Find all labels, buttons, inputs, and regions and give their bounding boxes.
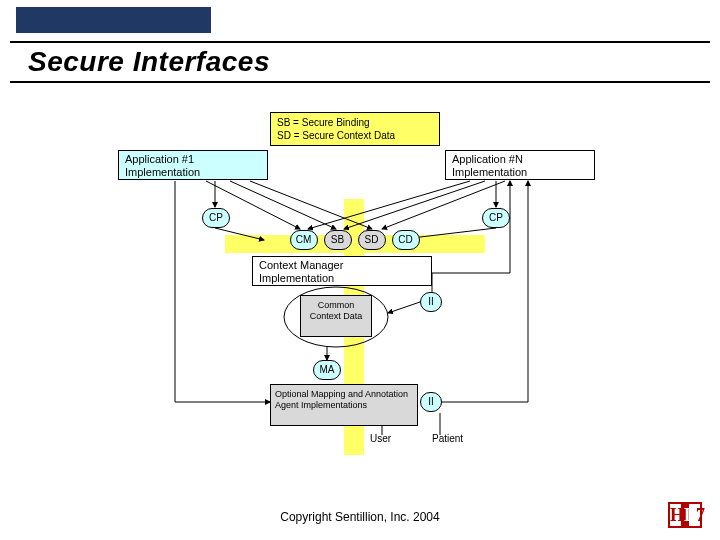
- logo-l: L: [684, 505, 696, 525]
- ii-node-upper: II: [420, 292, 442, 312]
- page-title: Secure Interfaces: [28, 46, 710, 78]
- svg-line-14: [388, 302, 420, 313]
- application-n-box: Application #N Implementation: [445, 150, 595, 180]
- cp-node-left: CP: [202, 208, 230, 228]
- mapping-agent-box: Optional Mapping and Annotation Agent Im…: [270, 384, 418, 426]
- cp-node-right: CP: [482, 208, 510, 228]
- appn-line1: Application #N: [452, 153, 588, 166]
- sb-node: SB: [324, 230, 352, 250]
- diagram-canvas: SB = Secure Binding SD = Secure Context …: [0, 95, 720, 470]
- ctx-line1: Context Manager: [259, 259, 425, 272]
- sd-node: SD: [358, 230, 386, 250]
- application-1-box: Application #1 Implementation: [118, 150, 268, 180]
- ma-node: MA: [313, 360, 341, 380]
- header-accent-bar: [16, 7, 211, 33]
- hl7-logo: HL7: [668, 502, 702, 528]
- logo-h: H: [670, 505, 684, 525]
- legend-box: SB = Secure Binding SD = Secure Context …: [270, 112, 440, 146]
- ctx-line2: Implementation: [259, 272, 425, 285]
- app1-line2: Implementation: [125, 166, 261, 179]
- svg-line-7: [308, 181, 470, 229]
- legend-line-sd: SD = Secure Context Data: [277, 129, 433, 142]
- cd-node: CD: [392, 230, 420, 250]
- patient-label: Patient: [432, 433, 463, 444]
- user-label: User: [370, 433, 391, 444]
- ii-node-lower: II: [420, 392, 442, 412]
- appn-line2: Implementation: [452, 166, 588, 179]
- context-manager-box: Context Manager Implementation: [252, 256, 432, 286]
- svg-line-8: [344, 181, 485, 229]
- copyright-text: Copyright Sentillion, Inc. 2004: [0, 510, 720, 524]
- manager-interface-row: CM SB SD CD: [252, 230, 457, 256]
- legend-line-sb: SB = Secure Binding: [277, 116, 433, 129]
- logo-7: 7: [696, 505, 705, 525]
- app1-line1: Application #1: [125, 153, 261, 166]
- svg-line-3: [230, 181, 336, 229]
- cm-node: CM: [290, 230, 318, 250]
- common-context-data-box: Common Context Data: [300, 295, 372, 337]
- title-band: Secure Interfaces: [10, 41, 710, 83]
